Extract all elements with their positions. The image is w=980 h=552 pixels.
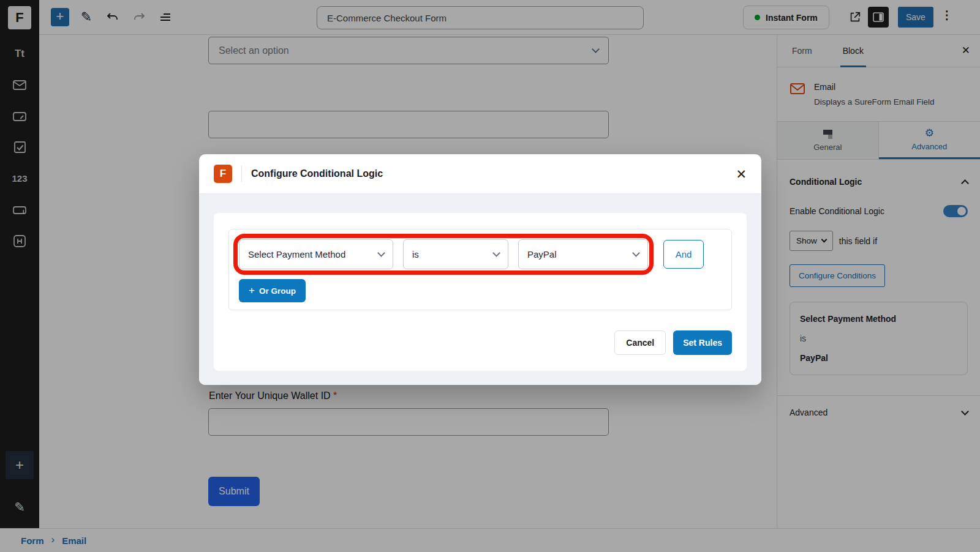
operator-select-value: is (412, 249, 419, 259)
conditional-logic-modal: F Configure Conditional Logic ✕ Select P… (199, 154, 761, 385)
cancel-button[interactable]: Cancel (614, 330, 666, 355)
condition-group: Select Payment Method is PayPal And (228, 229, 732, 310)
condition-row: Select Payment Method is PayPal And (239, 239, 722, 269)
or-group-button[interactable]: + Or Group (239, 279, 306, 302)
or-group-label: Or Group (259, 286, 296, 296)
header-divider (241, 166, 242, 182)
field-select-value: Select Payment Method (248, 249, 345, 259)
conditions-card: Select Payment Method is PayPal And (214, 213, 747, 371)
modal-footer: Cancel Set Rules (614, 330, 732, 355)
sureforms-logo-icon: F (214, 165, 232, 183)
modal-body: Select Payment Method is PayPal And (199, 193, 761, 385)
modal-close-button[interactable]: ✕ (736, 168, 747, 181)
condition-operator-select[interactable]: is (403, 239, 508, 269)
modal-title: Configure Conditional Logic (251, 168, 383, 179)
modal-header: F Configure Conditional Logic ✕ (199, 154, 761, 193)
value-select-value: PayPal (527, 249, 557, 259)
plus-icon: + (249, 285, 255, 297)
chevron-down-icon (377, 249, 385, 257)
condition-field-select[interactable]: Select Payment Method (239, 239, 393, 269)
set-rules-button[interactable]: Set Rules (673, 330, 732, 355)
chevron-down-icon (632, 249, 640, 257)
app-window: F + ✎ Instant Form Save ⋮ Tt (0, 0, 980, 552)
and-condition-button[interactable]: And (663, 240, 704, 269)
condition-value-select[interactable]: PayPal (518, 239, 648, 269)
chevron-down-icon (492, 249, 500, 257)
